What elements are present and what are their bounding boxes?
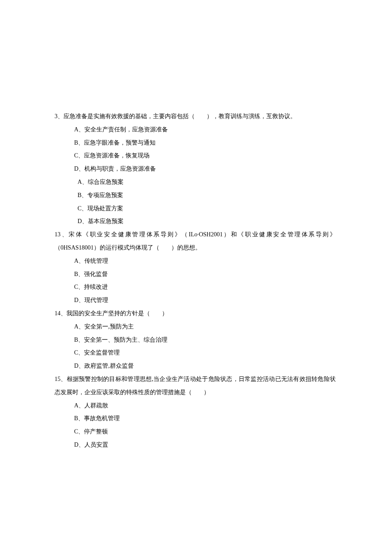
page: 3、应急准备是实施有效救援的基础，主要内容包括（ ），教育训练与演练，互救协议。… bbox=[0, 0, 392, 555]
question-13-option-c: C、持续改进 bbox=[55, 281, 336, 294]
question-15-option-c: C、停产整顿 bbox=[55, 425, 336, 439]
question-13-stem: 13、宋体《职业安全健康管理体系导则》（ILo·OSH2001）和《职业健康安全… bbox=[55, 228, 336, 255]
question-14-option-b: B、安全第一、预防为主、综合治理 bbox=[55, 334, 336, 347]
question-14-option-a: A、安全第一,预防为主 bbox=[55, 320, 336, 334]
question-3-stem: 3、应急准备是实施有效救援的基础，主要内容包括（ ），教育训练与演练，互救协议。 bbox=[55, 110, 336, 123]
question-14-option-d: D、政府监管,群众监督 bbox=[55, 360, 336, 373]
question-3-option-b: B、应急字眼准备，预警与通知 bbox=[55, 137, 336, 150]
question-13-option-b: B、强化监督 bbox=[55, 268, 336, 281]
question-3-option-c: C、应急资源准备，恢复现场 bbox=[55, 149, 336, 163]
question-3-option-d: D、机构与职责，应急资源准备 bbox=[55, 163, 336, 176]
question-3-suboption-c: C、现场处置方案 bbox=[55, 202, 336, 215]
question-15-option-d: D、人员安置 bbox=[55, 439, 336, 452]
question-13-option-a: A、传统管理 bbox=[55, 255, 336, 268]
question-15-stem: 15、根据预警控制的目标和管理思想,当企业生产活动处于危险状态，日常监控活动已无… bbox=[55, 373, 336, 399]
question-3-option-a: A、安全生产责任制，应急资源准备 bbox=[55, 123, 336, 137]
question-3-suboption-d: D、基本应急预案 bbox=[55, 215, 336, 228]
question-14-option-c: C、安全监督管理 bbox=[55, 346, 336, 360]
question-3-suboption-a: A、综合应急预案 bbox=[55, 176, 336, 189]
question-15-option-b: B、事故危机管理 bbox=[55, 412, 336, 425]
question-3-suboption-b: B、专项应急预案 bbox=[55, 189, 336, 202]
question-13-option-d: D、现代管理 bbox=[55, 294, 336, 307]
question-15-option-a: A、人群疏散 bbox=[55, 399, 336, 413]
question-14-stem: 14、我国的安全生产坚持的方针是（ ） bbox=[55, 307, 336, 320]
